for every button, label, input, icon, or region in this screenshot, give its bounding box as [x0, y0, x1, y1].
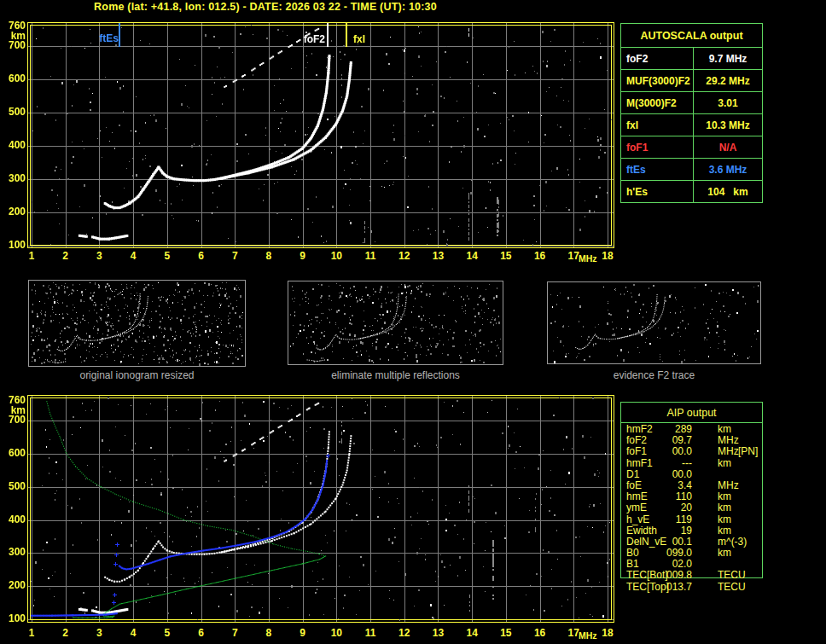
autoscala-row-foF1: foF1N/A — [621, 136, 762, 159]
x-tick-label: 11 — [365, 250, 376, 262]
x-tick-label: 6 — [198, 250, 204, 262]
y-tick-label: 500 — [0, 480, 26, 492]
y-tick-label: 600 — [0, 447, 26, 459]
autoscala-row-MUF(3000)F2: MUF(3000)F229.2 MHz — [621, 70, 762, 92]
x-tick-label: 3 — [96, 627, 102, 639]
autoscala-param-label: ftEs — [621, 159, 694, 180]
x-tick-label: 15 — [500, 250, 511, 262]
aip-header: AIP output — [621, 403, 762, 422]
autoscala-row-foF2: foF29.7 MHz — [621, 48, 762, 70]
x-tick-label: 10 — [331, 627, 342, 639]
x-axis-unit-bottom: MHz — [579, 630, 597, 641]
x-tick-label: 2 — [62, 627, 68, 639]
aip-row-TEC[Bot]: TEC[Bot]009.8TECU — [620, 570, 763, 581]
x-tick-label: 15 — [500, 627, 511, 639]
thumbnail-caption-original: original ionogram resized — [28, 369, 246, 381]
aip-param-unit: TECU — [718, 570, 746, 581]
y-tick-label: 500 — [0, 106, 26, 118]
y-tick-label: 400 — [0, 513, 26, 525]
autoscala-param-label: MUF(3000)F2 — [621, 70, 694, 91]
autoscala-param-label: fxI — [621, 114, 694, 136]
x-tick-label: 7 — [232, 627, 238, 639]
thumbnail-caption-evidence: evidence F2 trace — [547, 369, 761, 381]
aip-param-value: 119 — [646, 514, 692, 525]
autoscala-param-label: foF2 — [621, 48, 694, 69]
x-tick-label: 10 — [331, 250, 342, 262]
aip-param-value: --- — [646, 458, 692, 469]
aip-param-value: 19 — [646, 525, 692, 537]
autoscala-param-value: 3.6 MHz — [694, 159, 762, 180]
aip-row-h_vE: h_vE119km — [620, 514, 763, 525]
x-tick-label: 14 — [466, 627, 477, 639]
x-tick-label: 13 — [433, 250, 444, 262]
x-tick-label: 12 — [398, 627, 410, 639]
aip-param-unit: km — [718, 525, 731, 537]
aip-param-name: ymE — [626, 502, 647, 513]
y-tick-label: 100 — [0, 239, 26, 251]
aip-row-D1: D100.0 — [620, 469, 763, 480]
autoscala-param-label: h'Es — [621, 181, 694, 202]
aip-rows: hmF2289kmfoF209.7MHzfoF100.0MHz[PN]hmF1-… — [620, 424, 763, 593]
x-tick-label: 3 — [96, 250, 102, 262]
autoscala-panel: AUTOSCALA output foF29.7 MHzMUF(3000)F22… — [620, 23, 763, 203]
x-tick-label: 4 — [131, 250, 137, 262]
aip-param-value: 009.8 — [646, 570, 692, 581]
thumbnail-caption-eliminate: eliminate multiple reflections — [288, 369, 503, 381]
autoscala-rows: foF29.7 MHzMUF(3000)F229.2 MHzM(3000)F23… — [621, 48, 762, 202]
autoscala-param-value: 29.2 MHz — [694, 70, 762, 91]
x-axis-unit-top: MHz — [579, 253, 597, 264]
aip-param-unit: km — [718, 514, 731, 525]
x-tick-label: 6 — [198, 627, 204, 639]
x-tick-label: 2 — [62, 250, 68, 262]
x-tick-label: 12 — [398, 250, 410, 262]
x-tick-label: 8 — [266, 627, 272, 639]
thumbnail-eliminate-reflections — [288, 281, 503, 365]
thumbnail-original-ionogram — [28, 280, 246, 367]
autoscala-window: Rome (lat: +41.8, lon: 012.5) - DATE: 20… — [0, 0, 826, 644]
top-ionogram-plot: ftEs foF2 fxI — [27, 22, 614, 248]
x-tick-label: 17 — [568, 250, 579, 262]
autoscala-row-h'Es: h'Es104 km — [621, 181, 762, 202]
y-tick-label: 200 — [0, 206, 26, 218]
aip-param-unit: km — [718, 502, 731, 513]
thumbnail-eliminate-canvas — [288, 281, 503, 364]
autoscala-param-label: foF1 — [621, 136, 694, 158]
aip-row-ymE: ymE20km — [620, 502, 763, 513]
autoscala-param-value: 9.7 MHz — [694, 48, 762, 69]
y-tick-label: 300 — [0, 546, 26, 558]
y-tick-label: 200 — [0, 579, 26, 591]
x-tick-label: 1 — [29, 250, 35, 262]
x-tick-label: 16 — [534, 250, 545, 262]
marker-label-fxi: fxI — [353, 33, 381, 45]
aip-param-value: 00.0 — [646, 469, 692, 480]
marker-label-fof2: foF2 — [298, 33, 325, 45]
x-tick-label: 5 — [164, 627, 170, 639]
aip-param-unit: TECU — [718, 582, 746, 593]
marker-label-ftes: ftEs — [91, 32, 119, 44]
aip-param-name: D1 — [626, 469, 639, 480]
x-tick-label: 17 — [568, 627, 579, 639]
aip-row-TEC[Top]: TEC[Top]013.7TECU — [620, 582, 763, 593]
x-tick-label: 13 — [433, 627, 444, 639]
aip-row-foF1: foF100.0MHz[PN] — [620, 446, 763, 457]
thumbnail-evidence-f2 — [547, 281, 761, 364]
x-tick-label: 18 — [602, 250, 613, 262]
autoscala-param-value: 3.01 — [694, 92, 762, 113]
bottom-profile-canvas — [28, 396, 614, 622]
aip-param-name: foF1 — [626, 446, 647, 457]
thumbnail-evidence-canvas — [548, 282, 760, 363]
autoscala-param-value: 104 km — [694, 181, 762, 202]
autoscala-param-value: N/A — [694, 136, 762, 158]
aip-param-extra: [PN] — [738, 446, 758, 457]
autoscala-param-label: M(3000)F2 — [621, 92, 694, 113]
autoscala-row-M(3000)F2: M(3000)F23.01 — [621, 92, 762, 114]
autoscala-param-value: 10.3 MHz — [694, 114, 762, 136]
autoscala-header: AUTOSCALA output — [621, 24, 762, 48]
x-tick-label: 11 — [365, 627, 376, 639]
x-tick-label: 9 — [300, 627, 305, 639]
aip-param-value: 013.7 — [646, 582, 692, 593]
y-tick-label: 400 — [0, 139, 26, 151]
aip-param-unit: MHz — [718, 446, 739, 457]
x-tick-label: 9 — [300, 250, 305, 262]
x-tick-label: 16 — [534, 627, 545, 639]
